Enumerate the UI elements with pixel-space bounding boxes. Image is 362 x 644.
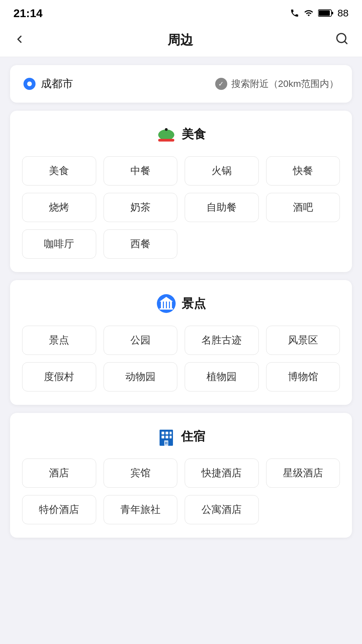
svg-point-6 — [165, 128, 168, 131]
food-tag-奶茶[interactable]: 奶茶 — [104, 193, 178, 222]
food-section-header: 美食 — [22, 124, 340, 144]
food-tag-酒吧[interactable]: 酒吧 — [266, 193, 340, 222]
hotel-section-header: H 住宿 — [22, 426, 340, 446]
food-tags-grid: 美食中餐火锅快餐烧烤奶茶自助餐酒吧咖啡厅西餐 — [22, 156, 340, 259]
wifi-icon — [303, 8, 314, 18]
hotel-tag-宾馆[interactable]: 宾馆 — [104, 459, 178, 488]
svg-rect-10 — [161, 302, 163, 308]
hotel-section-title: 住宿 — [181, 428, 205, 445]
svg-rect-14 — [160, 308, 173, 310]
svg-rect-13 — [170, 302, 172, 308]
food-tag-烧烤[interactable]: 烧烤 — [22, 193, 96, 222]
location-bar[interactable]: 成都市 ✓ 搜索附近（20km范围内） — [10, 65, 352, 103]
status-icons: 88 — [290, 7, 349, 19]
food-tag-西餐[interactable]: 西餐 — [104, 229, 178, 259]
food-tag-中餐[interactable]: 中餐 — [104, 156, 178, 185]
svg-line-4 — [345, 41, 347, 44]
attraction-section-title: 景点 — [182, 296, 206, 312]
food-tag-火锅[interactable]: 火锅 — [185, 156, 259, 185]
hotel-tag-青年旅社[interactable]: 青年旅社 — [104, 495, 178, 524]
nearby-check-icon: ✓ — [215, 78, 227, 90]
attraction-section-header: 景点 — [22, 293, 340, 314]
attraction-tag-博物馆[interactable]: 博物馆 — [266, 362, 340, 391]
svg-text:H: H — [165, 441, 167, 445]
food-icon — [156, 124, 176, 144]
location-city-group: 成都市 — [23, 76, 73, 91]
nearby-text-label: 搜索附近（20km范围内） — [231, 77, 339, 90]
hotel-tag-星级酒店[interactable]: 星级酒店 — [266, 459, 340, 488]
hotel-tag-公寓酒店[interactable]: 公寓酒店 — [185, 495, 259, 524]
food-section-title: 美食 — [182, 126, 206, 143]
attraction-icon — [156, 293, 176, 314]
attraction-section: 景点 景点公园名胜古迹风景区度假村动物园植物园博物馆 — [10, 280, 352, 405]
hotel-tag-特价酒店[interactable]: 特价酒店 — [22, 495, 96, 524]
phone-icon — [290, 8, 299, 18]
nav-bar: 周边 — [0, 23, 362, 57]
hotel-tags-grid: 酒店宾馆快捷酒店星级酒店特价酒店青年旅社公寓酒店 — [22, 459, 340, 524]
attraction-tag-景点[interactable]: 景点 — [22, 326, 96, 355]
svg-rect-2 — [319, 10, 330, 16]
svg-rect-11 — [164, 302, 166, 308]
attraction-tags-grid: 景点公园名胜古迹风景区度假村动物园植物园博物馆 — [22, 326, 340, 391]
svg-rect-17 — [166, 432, 168, 434]
search-button[interactable] — [335, 32, 349, 48]
food-tag-快餐[interactable]: 快餐 — [266, 156, 340, 185]
svg-rect-12 — [167, 302, 169, 308]
nearby-search-group: ✓ 搜索附近（20km范围内） — [215, 77, 339, 90]
svg-rect-7 — [158, 139, 174, 142]
svg-rect-19 — [162, 436, 164, 438]
attraction-tag-名胜古迹[interactable]: 名胜古迹 — [185, 326, 259, 355]
attraction-tag-公园[interactable]: 公园 — [104, 326, 178, 355]
location-city-label: 成都市 — [41, 76, 73, 91]
svg-rect-18 — [170, 432, 172, 434]
hotel-section: H 住宿 酒店宾馆快捷酒店星级酒店特价酒店青年旅社公寓酒店 — [10, 413, 352, 538]
attraction-tag-风景区[interactable]: 风景区 — [266, 326, 340, 355]
food-tag-咖啡厅[interactable]: 咖啡厅 — [22, 229, 96, 259]
battery-icon — [318, 9, 334, 17]
food-tag-自助餐[interactable]: 自助餐 — [185, 193, 259, 222]
location-dot-icon — [23, 78, 36, 90]
svg-rect-16 — [162, 432, 164, 434]
hotel-tag-酒店[interactable]: 酒店 — [22, 459, 96, 488]
svg-rect-21 — [170, 436, 172, 438]
status-bar: 21:14 88 — [0, 0, 362, 23]
svg-point-5 — [158, 129, 174, 140]
attraction-tag-动物园[interactable]: 动物园 — [104, 362, 178, 391]
food-tag-美食[interactable]: 美食 — [22, 156, 96, 185]
attraction-tag-植物园[interactable]: 植物园 — [185, 362, 259, 391]
page-title: 周边 — [168, 32, 193, 49]
hotel-tag-快捷酒店[interactable]: 快捷酒店 — [185, 459, 259, 488]
food-section: 美食 美食中餐火锅快餐烧烤奶茶自助餐酒吧咖啡厅西餐 — [10, 111, 352, 272]
back-button[interactable] — [13, 32, 25, 49]
battery-level: 88 — [338, 7, 349, 19]
hotel-icon: H — [157, 426, 176, 446]
svg-rect-20 — [166, 436, 168, 438]
attraction-tag-度假村[interactable]: 度假村 — [22, 362, 96, 391]
svg-rect-1 — [332, 12, 333, 14]
status-time: 21:14 — [13, 7, 43, 20]
